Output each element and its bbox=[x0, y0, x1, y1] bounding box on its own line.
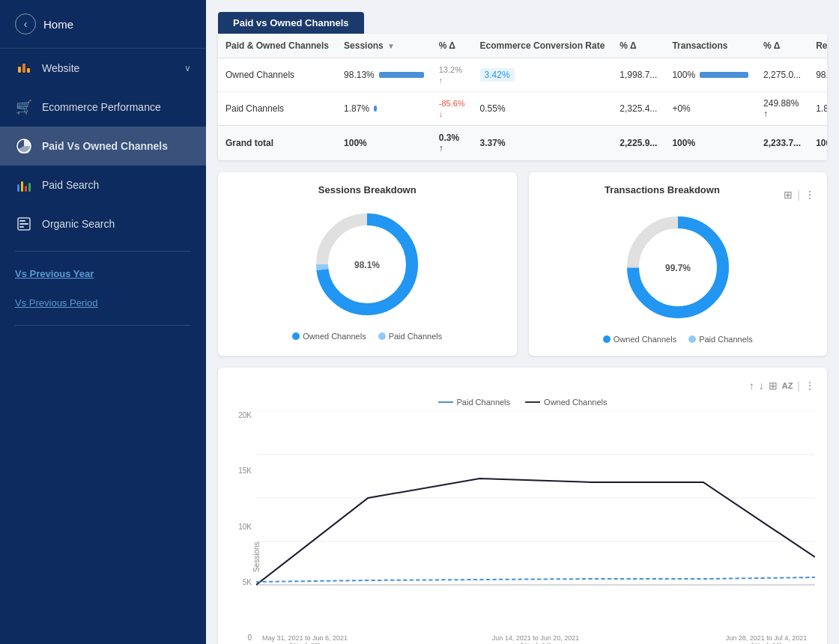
more-options-icon[interactable]: ⋮ bbox=[805, 189, 815, 201]
line-chart-svg bbox=[256, 411, 815, 628]
y-tick-0: 0 bbox=[230, 634, 252, 642]
footer-transactions: 2,225.9... bbox=[612, 126, 664, 161]
chart-svg-container: May 31, 2021 to Jun 6, 2021 (Week 22) Ju… bbox=[256, 411, 815, 644]
sidebar-item-paid-search[interactable]: Paid Search bbox=[0, 165, 206, 204]
back-icon: ‹ bbox=[24, 18, 28, 30]
col-header-revenue: Revenue bbox=[808, 34, 827, 58]
footer-revenue-pct: 100% bbox=[808, 126, 827, 161]
sort-icon: ▼ bbox=[387, 42, 395, 50]
y-tick-10k: 10K bbox=[230, 523, 252, 531]
sidebar-link-vs-prev-period[interactable]: Vs Previous Period bbox=[0, 288, 206, 318]
breakdown-charts-row: Sessions Breakdown 98.1% Owned Channels bbox=[218, 172, 827, 356]
table-icon[interactable]: ⊞ bbox=[769, 380, 778, 392]
svg-rect-3 bbox=[19, 223, 28, 225]
ecr-cell: 0.55% bbox=[473, 92, 613, 126]
pie-icon bbox=[15, 137, 33, 155]
owned-dot bbox=[292, 332, 300, 340]
col-header-sessions[interactable]: Sessions ▼ bbox=[336, 34, 431, 58]
table-row: Owned Channels 98.13% 13.2% ↑ 3.42% bbox=[218, 58, 827, 92]
paid-search-icon bbox=[15, 176, 33, 194]
col-header-ecr: Ecommerce Conversion Rate bbox=[473, 34, 613, 58]
transactions-donut-svg: 99.7% bbox=[618, 207, 738, 327]
sidebar-item-label-paid-search: Paid Search bbox=[42, 179, 99, 191]
line-chart-wrapper: 20K 15K 10K 5K 0 bbox=[230, 411, 815, 644]
sidebar-item-label-ecommerce: Ecommerce Performance bbox=[42, 101, 161, 113]
transactions-cell: +0% bbox=[664, 92, 756, 126]
svg-rect-2 bbox=[19, 220, 25, 222]
cart-icon: 🛒 bbox=[15, 98, 33, 116]
x-label-1: May 31, 2021 to Jun 6, 2021 (Week 22) Ju… bbox=[256, 634, 354, 644]
sessions-breakdown-card: Sessions Breakdown 98.1% Owned Channels bbox=[218, 172, 517, 356]
transactions-legend-paid: Paid Channels bbox=[688, 335, 753, 344]
col-header-ecr-delta: % Δ bbox=[612, 34, 664, 58]
sessions-donut-container: 98.1% Owned Channels Paid Channels bbox=[230, 204, 505, 341]
sessions-cell: 98.13% bbox=[336, 58, 431, 92]
sidebar-divider-1 bbox=[15, 251, 191, 252]
sessions-legend-paid: Paid Channels bbox=[378, 332, 443, 341]
revenue-cell: 1.88% bbox=[808, 92, 827, 126]
sidebar-navigation: Website ∨ 🛒 Ecommerce Performance Paid V… bbox=[0, 49, 206, 644]
chart-toolbar-transactions[interactable]: ⊞ | ⋮ bbox=[784, 189, 815, 201]
back-button[interactable]: ‹ bbox=[15, 13, 36, 34]
paid-dot bbox=[378, 332, 386, 340]
paid-vs-owned-section: Paid vs Owned Channels Paid & Owned Chan… bbox=[218, 12, 827, 160]
channel-name: Owned Channels bbox=[218, 58, 336, 92]
more-options-icon[interactable]: ⋮ bbox=[805, 380, 815, 392]
revenue-cell: 98.12% bbox=[808, 58, 827, 92]
sidebar-item-ecommerce[interactable]: 🛒 Ecommerce Performance bbox=[0, 88, 206, 127]
website-icon bbox=[15, 59, 33, 77]
owned-dot-txn bbox=[603, 335, 611, 343]
sidebar-item-website[interactable]: Website ∨ bbox=[0, 49, 206, 88]
svg-rect-4 bbox=[19, 226, 24, 228]
sessions-legend: Owned Channels Paid Channels bbox=[292, 332, 442, 341]
footer-label: Grand total bbox=[218, 126, 336, 161]
toolbar-sep: | bbox=[797, 380, 800, 392]
sidebar-divider-2 bbox=[15, 325, 191, 326]
download-icon[interactable]: ↓ bbox=[759, 380, 764, 392]
y-tick-15k: 15K bbox=[230, 467, 252, 475]
line-chart-legend: Paid Channels Owned Channels bbox=[230, 398, 815, 407]
donut-center-label: 98.1% bbox=[354, 260, 380, 270]
sidebar-item-organic-search[interactable]: Organic Search bbox=[0, 204, 206, 243]
channel-name: Paid Channels bbox=[218, 92, 336, 126]
sessions-cell: 1.87% bbox=[336, 92, 431, 126]
sessions-donut-svg: 98.1% bbox=[307, 204, 427, 324]
line-chart-card: ↑ ↓ ⊞ AZ | ⋮ Paid Channels Owned Channel… bbox=[218, 368, 827, 644]
x-label-2: Jun 14, 2021 to Jun 20, 2021 (Week 24) J… bbox=[487, 634, 584, 644]
col-header-sessions-delta: % Δ bbox=[431, 34, 473, 58]
footer-revenue: 2,233.7... bbox=[756, 126, 808, 161]
footer-sessions-delta: 0.3% ↑ bbox=[431, 126, 473, 161]
sessions-breakdown-title: Sessions Breakdown bbox=[230, 184, 505, 195]
footer-transactions-pct: 100% bbox=[664, 126, 756, 161]
x-axis-labels: May 31, 2021 to Jun 6, 2021 (Week 22) Ju… bbox=[256, 634, 815, 644]
az-sort-icon[interactable]: AZ bbox=[782, 381, 793, 390]
transactions-delta-cell: 2,275.0... bbox=[756, 58, 808, 92]
transactions-legend: Owned Channels Paid Channels bbox=[603, 335, 753, 344]
paid-dot-txn bbox=[688, 335, 696, 343]
table-view-icon[interactable]: ⊞ bbox=[784, 189, 793, 201]
ecr-cell: 3.42% bbox=[473, 58, 613, 92]
sidebar-item-paid-vs-owned[interactable]: Paid Vs Owned Channels bbox=[0, 127, 206, 165]
legend-owned-channels: Owned Channels bbox=[525, 398, 607, 407]
sidebar-item-label-website: Website bbox=[42, 62, 79, 74]
ecr-delta-cell: 1,998.7... bbox=[612, 58, 664, 92]
legend-paid-channels: Paid Channels bbox=[438, 398, 511, 407]
sidebar: ‹ Home Website ∨ 🛒 Ecommerce Performance bbox=[0, 0, 206, 644]
table-footer-row: Grand total 100% 0.3% ↑ 3.37% 2,225.9...… bbox=[218, 126, 827, 161]
main-content: Paid vs Owned Channels Paid & Owned Chan… bbox=[206, 0, 839, 644]
home-nav[interactable]: ‹ Home bbox=[0, 0, 206, 49]
transactions-card-header: Transactions Breakdown ⊞ | ⋮ bbox=[541, 184, 816, 204]
upload-icon[interactable]: ↑ bbox=[749, 380, 754, 392]
transactions-legend-owned: Owned Channels bbox=[603, 335, 676, 344]
transactions-breakdown-card: Transactions Breakdown ⊞ | ⋮ 99.7% bbox=[529, 172, 828, 356]
table-header-row: Paid & Owned Channels Sessions ▼ % Δ Eco… bbox=[218, 34, 827, 58]
chevron-down-icon: ∨ bbox=[184, 63, 191, 73]
col-header-channel: Paid & Owned Channels bbox=[218, 34, 336, 58]
sessions-legend-owned: Owned Channels bbox=[292, 332, 366, 341]
sessions-delta-cell: 13.2% ↑ bbox=[431, 58, 473, 92]
home-label: Home bbox=[43, 18, 73, 31]
col-header-transactions-delta: % Δ bbox=[756, 34, 808, 58]
sidebar-link-vs-prev-year[interactable]: Vs Previous Year bbox=[0, 259, 206, 288]
transactions-cell: 100% bbox=[664, 58, 756, 92]
transactions-donut-container: 99.7% Owned Channels Paid Channels bbox=[541, 207, 816, 344]
